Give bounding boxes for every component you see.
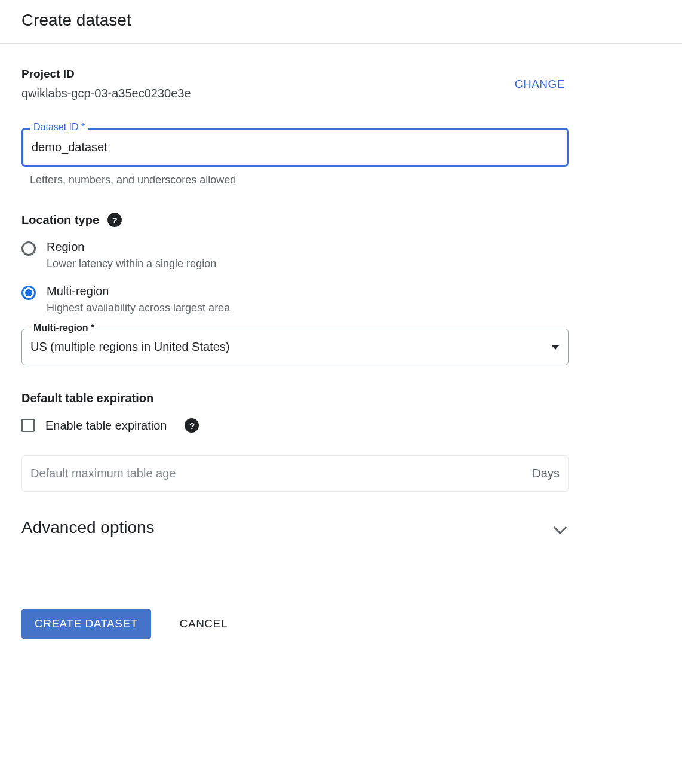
radio-multi-region-desc: Highest availability across largest area	[47, 302, 230, 314]
radio-multi-region[interactable]: Multi-region Highest availability across…	[21, 284, 661, 314]
max-table-age-input[interactable]: Default maximum table age Days	[21, 455, 569, 492]
dataset-id-helper: Letters, numbers, and underscores allowe…	[30, 174, 661, 186]
multi-region-select-wrap: Multi-region * US (multiple regions in U…	[21, 329, 569, 365]
location-type-section: Location type ? Region Lower latency wit…	[21, 213, 661, 365]
change-project-button[interactable]: CHANGE	[515, 78, 661, 91]
max-table-age-suffix: Days	[532, 467, 560, 480]
expiration-label: Default table expiration	[21, 391, 153, 405]
dialog-header: Create dataset	[0, 0, 682, 44]
dataset-id-field: Dataset ID *	[21, 128, 661, 167]
project-id-value: qwiklabs-gcp-03-a35ec0230e3e	[21, 87, 191, 100]
cancel-button[interactable]: CANCEL	[180, 617, 228, 630]
project-info: Project ID qwiklabs-gcp-03-a35ec0230e3e	[21, 68, 191, 100]
max-table-age-placeholder: Default maximum table age	[30, 467, 176, 480]
dataset-id-input[interactable]	[21, 128, 569, 167]
enable-expiration-checkbox[interactable]	[21, 419, 35, 432]
location-type-label: Location type	[21, 213, 99, 227]
project-row: Project ID qwiklabs-gcp-03-a35ec0230e3e …	[21, 68, 661, 100]
create-dataset-button[interactable]: CREATE DATASET	[21, 609, 151, 639]
location-type-title: Location type ?	[21, 213, 661, 227]
multi-region-select-value: US (multiple regions in United States)	[30, 340, 229, 354]
location-type-radio-group: Region Lower latency within a single reg…	[21, 240, 661, 314]
radio-multi-region-label: Multi-region	[47, 284, 230, 298]
dropdown-caret-icon	[551, 345, 560, 350]
radio-region-control[interactable]	[21, 241, 36, 256]
expiration-section: Default table expiration Enable table ex…	[21, 391, 661, 492]
multi-region-select-label: Multi-region *	[30, 323, 98, 333]
project-id-label: Project ID	[21, 68, 191, 81]
dialog-content: Project ID qwiklabs-gcp-03-a35ec0230e3e …	[0, 44, 682, 651]
expiration-title: Default table expiration	[21, 391, 661, 405]
radio-region-desc: Lower latency within a single region	[47, 258, 216, 270]
dialog-actions: CREATE DATASET CANCEL	[21, 609, 661, 639]
radio-region[interactable]: Region Lower latency within a single reg…	[21, 240, 661, 270]
help-icon[interactable]: ?	[185, 418, 199, 433]
help-icon[interactable]: ?	[107, 213, 122, 227]
radio-region-label: Region	[47, 240, 216, 254]
dataset-id-label: Dataset ID *	[30, 122, 88, 133]
enable-expiration-row: Enable table expiration ?	[21, 418, 661, 433]
advanced-options-title: Advanced options	[21, 518, 155, 537]
chevron-down-icon	[554, 521, 567, 535]
multi-region-select[interactable]: US (multiple regions in United States)	[21, 329, 569, 365]
advanced-options-toggle[interactable]: Advanced options	[21, 518, 569, 537]
page-title: Create dataset	[21, 11, 661, 30]
enable-expiration-label: Enable table expiration	[45, 419, 167, 433]
radio-multi-region-control[interactable]	[21, 286, 36, 300]
